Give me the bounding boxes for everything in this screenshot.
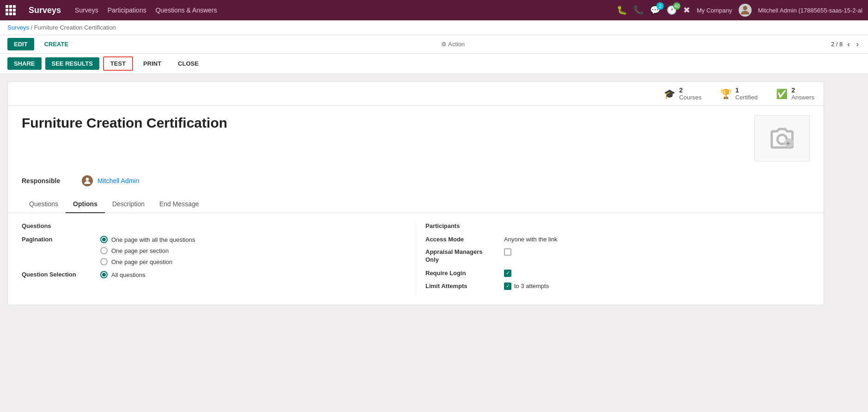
breadcrumb: Surveys / Furniture Creation Certificati… [0,20,868,35]
see-results-button[interactable]: SEE RESULTS [45,57,99,70]
question-selection-label: Question Selection [22,271,96,278]
debug-icon[interactable]: 🐛 [617,5,627,15]
survey-header: Furniture Creation Certification + [8,106,824,171]
limit-attempts-field: Limit Attempts to 3 attempts [425,283,810,290]
main-content: 🎓 2 Courses 🏆 1 Certified ✅ 2 Answers [0,74,832,313]
nav-participations[interactable]: Participations [108,6,146,14]
print-button[interactable]: PRINT [137,57,168,70]
pagination-option-1[interactable]: One page with all the questions [100,236,195,243]
edit-button[interactable]: EDIT [7,38,34,50]
question-selection-options: All questions [100,271,146,278]
survey-title: Furniture Creation Certification [22,115,227,131]
share-button[interactable]: SHARE [7,57,42,70]
clock-icon[interactable]: 🕐 40 [667,5,677,15]
settings-icon[interactable]: ✖ [683,5,690,15]
limit-attempts-checkbox[interactable]: to 3 attempts [504,283,549,290]
question-selection-radio-1[interactable] [100,271,108,278]
questions-section-title: Questions [22,222,407,229]
create-button[interactable]: CREATE [38,38,75,50]
pagination-field: Pagination One page with all the questio… [22,236,407,265]
brand-name: Surveys [29,6,61,15]
pagination-radio-1[interactable] [100,236,108,243]
breadcrumb-parent[interactable]: Surveys [7,24,29,31]
require-login-field: Require Login [425,270,810,277]
pagination-radio-3[interactable] [100,258,108,265]
courses-stat[interactable]: 🎓 2 Courses [664,86,701,101]
tab-description[interactable]: Description [105,196,152,213]
access-mode-field: Access Mode Anyone with the link [425,236,810,243]
courses-icon: 🎓 [664,88,675,99]
action-gear[interactable]: ⚙ Action [441,41,465,48]
secondary-bar: SHARE SEE RESULTS TEST PRINT CLOSE [0,54,868,74]
answers-stat[interactable]: ✅ 2 Answers [776,86,814,101]
responsible-label: Responsible [22,177,77,184]
limit-attempts-label: Limit Attempts [425,283,499,289]
breadcrumb-separator: / [31,24,34,31]
chat-icon[interactable]: 💬 2 [650,5,660,15]
svg-point-0 [743,6,747,10]
pagination-label: 2 / 8 [831,41,843,48]
company-name: My Company [697,7,732,14]
answers-icon: ✅ [776,88,788,99]
appraisal-managers-checkbox[interactable] [504,248,511,256]
responsible-row: Responsible Mitchell Admin [8,171,824,196]
pagination-option-3-label: One page per question [111,258,172,265]
topnav-icons: 🐛 📞 💬 2 🕐 40 ✖ My Company Mitchell Admin… [617,4,862,17]
access-mode-value: Anyone with the link [504,236,558,243]
user-avatar[interactable] [739,4,752,17]
questions-section: Questions Pagination One page with all t… [22,222,416,295]
require-login-checkbox[interactable] [504,270,511,277]
tabs-bar: Questions Options Description End Messag… [8,196,824,213]
test-button[interactable]: TEST [103,56,133,71]
question-selection-option-1[interactable]: All questions [100,271,146,278]
survey-image-upload[interactable]: + [754,115,810,161]
pagination-prev[interactable]: ‹ [845,39,851,49]
certified-label: Certified [735,94,758,101]
stats-bar: 🎓 2 Courses 🏆 1 Certified ✅ 2 Answers [8,82,824,106]
certified-icon: 🏆 [720,88,732,99]
certified-count: 1 [735,86,758,94]
top-navigation: Surveys Surveys Participations Questions… [0,0,868,20]
require-login-label: Require Login [425,270,499,277]
appraisal-checkbox-box[interactable] [504,248,511,256]
question-selection-field: Question Selection All questions [22,271,407,278]
participants-section: Participants Access Mode Anyone with the… [416,222,810,295]
answers-label: Answers [791,94,814,101]
pagination-option-2-label: One page per section [111,247,169,254]
survey-card: 🎓 2 Courses 🏆 1 Certified ✅ 2 Answers [7,81,824,305]
pagination-nav: 2 / 8 ‹ › [831,39,861,49]
pagination-option-3[interactable]: One page per question [100,258,195,265]
participants-section-title: Participants [425,222,810,229]
responsible-name[interactable]: Mitchell Admin [97,177,139,184]
clock-badge: 40 [673,2,680,10]
pagination-next[interactable]: › [855,39,861,49]
pagination-radio-2[interactable] [100,247,108,254]
limit-attempts-value: to 3 attempts [514,283,549,289]
require-login-checkbox-box[interactable] [504,270,511,277]
limit-attempts-checkbox-box[interactable] [504,283,511,290]
appraisal-managers-field: Appraisal ManagersOnly [425,248,810,264]
tab-questions[interactable]: Questions [22,196,66,213]
pagination-option-1-label: One page with all the questions [111,236,195,243]
breadcrumb-current: Furniture Creation Certification [34,24,116,31]
nav-links: Surveys Participations Questions & Answe… [75,6,217,14]
form-content: Questions Pagination One page with all t… [8,213,824,305]
answers-count: 2 [791,86,814,94]
pagination-options: One page with all the questions One page… [100,236,195,265]
nav-questions-answers[interactable]: Questions & Answers [156,6,217,14]
courses-label: Courses [679,94,701,101]
certified-stat[interactable]: 🏆 1 Certified [720,86,758,101]
apps-icon[interactable] [6,5,16,15]
tab-options[interactable]: Options [66,196,105,213]
close-button[interactable]: CLOSE [171,57,205,70]
chat-badge: 2 [656,2,664,10]
responsible-avatar [82,175,93,186]
username-label: Mitchell Admin (17885655-saas-15-2-al [758,7,862,14]
action-bar: EDIT CREATE ⚙ Action 2 / 8 ‹ › [0,35,868,54]
nav-surveys[interactable]: Surveys [75,6,98,14]
question-selection-option-1-label: All questions [111,271,146,278]
pagination-option-2[interactable]: One page per section [100,247,195,254]
phone-icon[interactable]: 📞 [633,5,643,15]
courses-count: 2 [679,86,701,94]
tab-end-message[interactable]: End Message [152,196,206,213]
